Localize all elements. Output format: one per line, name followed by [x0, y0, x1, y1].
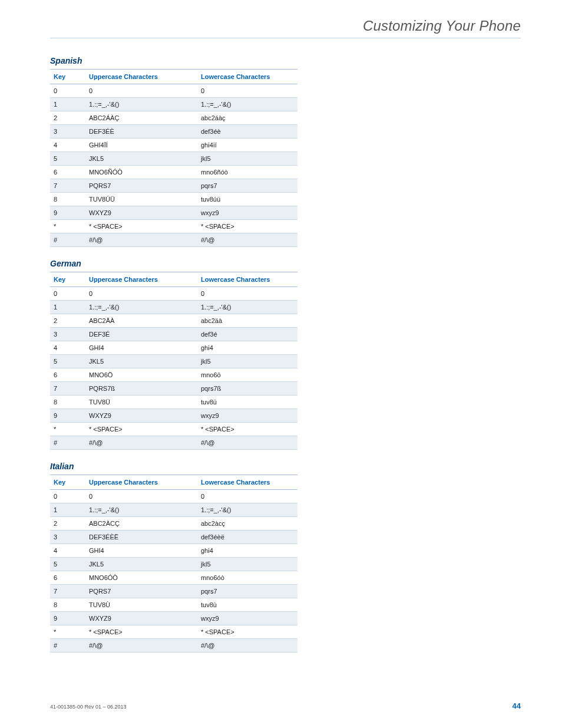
footer-page-number: 44: [513, 701, 521, 710]
table-row: ##/\@#/\@: [50, 436, 297, 450]
table-cell-upper: DEF3ÉÈË: [85, 531, 197, 544]
table-cell-key: 3: [50, 328, 85, 341]
sections-container: SpanishKeyUppercase CharactersLowercase …: [50, 56, 521, 653]
header-divider: [50, 38, 521, 38]
character-table: KeyUppercase CharactersLowercase Charact…: [50, 475, 297, 653]
footer-revision: 41-001385-00 Rev 01 – 06.2013: [50, 704, 127, 710]
table-row: 11.:;=_,-'&()1.:;=_,-'&(): [50, 98, 297, 111]
table-cell-lower: ghi4ïí: [197, 139, 297, 152]
table-row: 3DEF3ÉÈdef3éè: [50, 125, 297, 139]
table-cell-upper: TUV8Ü: [85, 396, 197, 409]
table-cell-upper: JKL5: [85, 152, 197, 166]
table-row: 2ABC2ÄÀabc2äà: [50, 314, 297, 328]
table-cell-upper: WXYZ9: [85, 409, 197, 423]
table-cell-key: 0: [50, 287, 85, 301]
page: Customizing Your Phone SpanishKeyUpperca…: [0, 0, 562, 728]
table-cell-key: 3: [50, 125, 85, 139]
table-cell-lower: def3éèë: [197, 531, 297, 544]
table-cell-upper: #/\@: [85, 436, 197, 450]
table-cell-upper: ABC2ÁÀÇ: [85, 111, 197, 125]
table-row: 4GHI4ghi4: [50, 544, 297, 558]
character-table: KeyUppercase CharactersLowercase Charact…: [50, 69, 297, 247]
table-cell-upper: GHI4: [85, 544, 197, 558]
table-cell-upper: * <SPACE>: [85, 423, 197, 436]
table-cell-key: 5: [50, 152, 85, 166]
table-cell-upper: GHI4: [85, 341, 197, 355]
table-cell-lower: mno6ö: [197, 368, 297, 382]
table-cell-lower: wxyz9: [197, 409, 297, 423]
table-cell-lower: 0: [197, 490, 297, 503]
table-cell-key: 4: [50, 139, 85, 152]
table-cell-key: 0: [50, 490, 85, 503]
table-row: 000: [50, 84, 297, 98]
table-cell-key: 6: [50, 166, 85, 179]
table-cell-upper: GHI4ÏÍ: [85, 139, 197, 152]
table-cell-upper: * <SPACE>: [85, 220, 197, 233]
table-cell-lower: tuv8ü: [197, 396, 297, 409]
table-row: 000: [50, 490, 297, 503]
table-cell-lower: 1.:;=_,-'&(): [197, 503, 297, 517]
table-row: 5JKL5jkl5: [50, 558, 297, 571]
table-row: 6MNO6Ömno6ö: [50, 368, 297, 382]
table-cell-lower: * <SPACE>: [197, 423, 297, 436]
table-cell-upper: 0: [85, 84, 197, 98]
table-row: 3DEF3Édef3é: [50, 328, 297, 341]
table-header-key: Key: [50, 70, 85, 84]
table-cell-lower: ghi4: [197, 341, 297, 355]
table-cell-key: 9: [50, 612, 85, 625]
table-cell-key: *: [50, 220, 85, 233]
table-cell-lower: def3é: [197, 328, 297, 341]
table-header-lower: Lowercase Characters: [197, 272, 297, 287]
table-cell-upper: TUV8Ù: [85, 598, 197, 612]
table-row: 9WXYZ9wxyz9: [50, 409, 297, 423]
section-title: Italian: [50, 462, 521, 471]
table-cell-lower: tuv8úü: [197, 193, 297, 206]
table-cell-key: 6: [50, 571, 85, 585]
table-row: 7PQRS7ßpqrs7ß: [50, 382, 297, 396]
table-cell-lower: 0: [197, 287, 297, 301]
table-cell-lower: pqrs7ß: [197, 382, 297, 396]
table-row: ** <SPACE>* <SPACE>: [50, 220, 297, 233]
table-cell-key: 8: [50, 598, 85, 612]
table-cell-key: 7: [50, 382, 85, 396]
table-cell-key: 2: [50, 314, 85, 328]
table-row: ##/\@#/\@: [50, 639, 297, 653]
table-row: 2ABC2ÀCÇabc2àcç: [50, 517, 297, 531]
table-cell-upper: #/\@: [85, 639, 197, 653]
table-cell-upper: DEF3ÉÈ: [85, 125, 197, 139]
table-cell-key: 5: [50, 355, 85, 368]
table-cell-lower: pqrs7: [197, 179, 297, 193]
table-cell-upper: 0: [85, 490, 197, 503]
table-cell-key: #: [50, 233, 85, 247]
table-cell-upper: 0: [85, 287, 197, 301]
table-cell-key: 1: [50, 503, 85, 517]
table-cell-upper: MNO6ÓÒ: [85, 571, 197, 585]
table-row: 9WXYZ9wxyz9: [50, 612, 297, 625]
table-cell-lower: mno6óò: [197, 571, 297, 585]
table-cell-key: 8: [50, 396, 85, 409]
table-cell-key: 6: [50, 368, 85, 382]
table-header-key: Key: [50, 272, 85, 287]
table-cell-lower: 1.:;=_,-'&(): [197, 301, 297, 314]
table-cell-lower: #/\@: [197, 436, 297, 450]
table-cell-key: #: [50, 639, 85, 653]
table-cell-upper: ABC2ÄÀ: [85, 314, 197, 328]
table-cell-lower: 1.:;=_,-'&(): [197, 98, 297, 111]
table-cell-upper: #/\@: [85, 233, 197, 247]
table-cell-lower: wxyz9: [197, 206, 297, 220]
table-row: 000: [50, 287, 297, 301]
table-row: 4GHI4ÏÍghi4ïí: [50, 139, 297, 152]
table-cell-key: *: [50, 423, 85, 436]
page-footer: 41-001385-00 Rev 01 – 06.2013 44: [50, 701, 521, 710]
table-header-upper: Uppercase Characters: [85, 70, 197, 84]
table-cell-lower: * <SPACE>: [197, 625, 297, 639]
table-cell-upper: * <SPACE>: [85, 625, 197, 639]
table-cell-upper: 1.:;=_,-'&(): [85, 98, 197, 111]
table-cell-upper: PQRS7: [85, 585, 197, 598]
table-cell-key: 9: [50, 409, 85, 423]
page-header-title: Customizing Your Phone: [50, 18, 521, 38]
table-cell-lower: ghi4: [197, 544, 297, 558]
table-cell-upper: ABC2ÀCÇ: [85, 517, 197, 531]
table-row: 11.:;=_,-'&()1.:;=_,-'&(): [50, 503, 297, 517]
table-cell-key: 2: [50, 517, 85, 531]
